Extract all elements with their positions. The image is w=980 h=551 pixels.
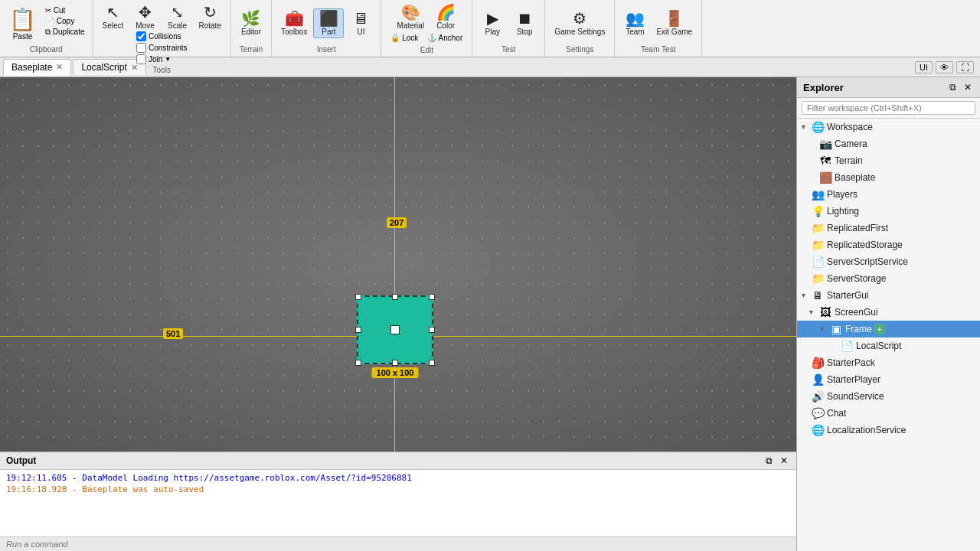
stop-button[interactable]: ⏹ Stop (509, 9, 540, 37)
tree-item-starter_pack[interactable]: 🎒StarterPack (797, 354, 980, 371)
select-button[interactable]: ↖ Select (97, 3, 128, 31)
tree-icon-starter_player: 👤 (811, 373, 825, 386)
paste-button[interactable]: 📋 Paste (5, 5, 41, 42)
tab-baseplate-label: Baseplate (11, 62, 52, 73)
scale-button[interactable]: ⤡ Scale (162, 3, 192, 31)
resize-handle-tc[interactable] (392, 294, 398, 300)
output-header: Output ⧉ ✕ (0, 452, 796, 470)
tree-item-replicated_storage[interactable]: 📁ReplicatedStorage (797, 236, 980, 253)
run-command-input[interactable] (6, 540, 790, 549)
paste-icon: 📋 (9, 7, 36, 32)
output-popout-button[interactable]: ⧉ (763, 455, 775, 467)
guide-top-label: 207 (387, 217, 407, 228)
tree-icon-sound_service: 🔊 (811, 390, 825, 403)
tree-icon-server_storage: 📁 (811, 272, 825, 285)
explorer-panel: Explorer ⧉ ✕ ▼🌐Workspace 📷Camera 🗺Terrai… (796, 77, 980, 551)
resize-handle-ml[interactable] (355, 327, 361, 333)
ui-icon: 🖥 (353, 11, 368, 26)
tree-item-local_script[interactable]: 📄LocalScript (797, 337, 980, 354)
tree-item-terrain[interactable]: 🗺Terrain (797, 152, 980, 169)
output-header-buttons: ⧉ ✕ (763, 455, 790, 467)
tree-item-baseplate[interactable]: 🟫Baseplate (797, 169, 980, 186)
team-test-icon: 👥 (626, 11, 645, 26)
eye-button[interactable]: 👁 (936, 61, 953, 73)
tab-baseplate-close[interactable]: ✕ (56, 62, 63, 72)
fullscreen-button[interactable]: ⛶ (956, 61, 974, 73)
toolbox-button[interactable]: 🧰 Toolbox (276, 9, 312, 37)
tools-label: Tools (153, 64, 171, 74)
constraints-checkbox[interactable] (136, 43, 146, 53)
tree-item-workspace[interactable]: ▼🌐Workspace (797, 119, 980, 135)
tree-icon-camera: 📷 (818, 137, 832, 151)
output-close-button[interactable]: ✕ (778, 455, 790, 467)
resize-handle-mr[interactable] (429, 327, 435, 333)
move-button[interactable]: ✥ Move (129, 3, 160, 31)
tree-item-players[interactable]: 👥Players (797, 186, 980, 203)
game-settings-icon: ⚙ (573, 11, 586, 26)
anchor-button[interactable]: ⚓ Anchor (424, 33, 466, 43)
tree-label-replicated_storage: ReplicatedStorage (827, 240, 903, 250)
editor-button[interactable]: 🌿 Editor (236, 9, 266, 37)
tree-icon-players: 👥 (811, 187, 825, 201)
tree-item-screen_gui[interactable]: ▼🖼ScreenGui (797, 304, 980, 321)
game-settings-button[interactable]: ⚙ Game Settings (550, 9, 609, 37)
collisions-checkbox-row[interactable]: Collisions (136, 31, 188, 41)
output-footer[interactable] (0, 536, 796, 551)
resize-handle-tr[interactable] (429, 294, 435, 300)
test-section: ▶ Play ⏹ Stop Test (472, 0, 545, 57)
tree-icon-workspace: 🌐 (811, 120, 825, 134)
tree-item-starter_gui[interactable]: ▼🖥StarterGui (797, 287, 980, 304)
resize-handle-br[interactable] (429, 360, 435, 366)
tree-add-frame[interactable]: + (874, 323, 886, 335)
tree-item-lighting[interactable]: 💡Lighting (797, 203, 980, 220)
cut-button[interactable]: ✂ Cut (42, 5, 87, 15)
copy-button[interactable]: 📄 Copy (42, 16, 87, 26)
tree-item-frame[interactable]: ▼▣Frame+ (797, 321, 980, 337)
play-button[interactable]: ▶ Play (477, 9, 508, 37)
tree-icon-terrain: 🗺 (818, 154, 832, 168)
viewport[interactable]: 207 501 100 x 100 (0, 77, 796, 452)
tree-icon-chat: 💬 (811, 406, 825, 420)
explorer-search-input[interactable] (802, 101, 975, 115)
constraints-checkbox-row[interactable]: Constraints (136, 43, 188, 53)
move-icon: ✥ (139, 5, 152, 20)
tree-item-replicated_first[interactable]: 📁ReplicatedFirst (797, 220, 980, 236)
tree-item-localization_service[interactable]: 🌐LocalizationService (797, 422, 980, 439)
tree-item-server_script_service[interactable]: 📄ServerScriptService (797, 253, 980, 270)
explorer-close-button[interactable]: ✕ (962, 81, 974, 93)
duplicate-button[interactable]: ⧉ Duplicate (42, 27, 87, 37)
rotate-button[interactable]: ↻ Rotate (194, 3, 225, 31)
ui-toggle-button[interactable]: UI (915, 61, 933, 73)
tree-label-replicated_first: ReplicatedFirst (827, 223, 888, 233)
tab-baseplate[interactable]: Baseplate ✕ (3, 59, 71, 76)
selected-frame[interactable]: 100 x 100 (357, 295, 433, 364)
tree-label-workspace: Workspace (827, 122, 873, 132)
collisions-checkbox[interactable] (136, 31, 146, 41)
tree-item-server_storage[interactable]: 📁ServerStorage (797, 270, 980, 287)
tree-icon-server_script_service: 📄 (811, 255, 825, 269)
tree-item-sound_service[interactable]: 🔊SoundService (797, 388, 980, 405)
join-checkbox[interactable] (136, 54, 146, 64)
color-button[interactable]: 🌈 Color (430, 3, 461, 31)
explorer-popout-button[interactable]: ⧉ (947, 81, 959, 93)
tree-item-camera[interactable]: 📷Camera (797, 135, 980, 152)
tree-label-starter_player: StarterPlayer (827, 374, 880, 385)
copy-icon: 📄 (45, 17, 57, 25)
scale-icon: ⤡ (171, 5, 184, 20)
exit-game-button[interactable]: 🚪 Exit Game (652, 9, 697, 37)
tree-item-chat[interactable]: 💬Chat (797, 405, 980, 422)
ui-button[interactable]: 🖥 UI (345, 9, 376, 37)
part-button[interactable]: ⬛ Part (313, 8, 344, 38)
tree-label-baseplate: Baseplate (835, 172, 875, 183)
lock-button[interactable]: 🔒 Lock (387, 33, 421, 43)
resize-handle-bc[interactable] (392, 360, 398, 366)
color-icon: 🌈 (436, 5, 456, 20)
toolbox-icon: 🧰 (285, 11, 304, 26)
tree-item-starter_player[interactable]: 👤StarterPlayer (797, 371, 980, 388)
resize-handle-bl[interactable] (355, 360, 361, 366)
resize-handle-tl[interactable] (355, 294, 361, 300)
explorer-header: Explorer ⧉ ✕ (797, 77, 980, 98)
material-button[interactable]: 🎨 Material (393, 3, 430, 31)
team-test-button[interactable]: 👥 Team (619, 9, 650, 37)
test-label: Test (501, 44, 515, 54)
